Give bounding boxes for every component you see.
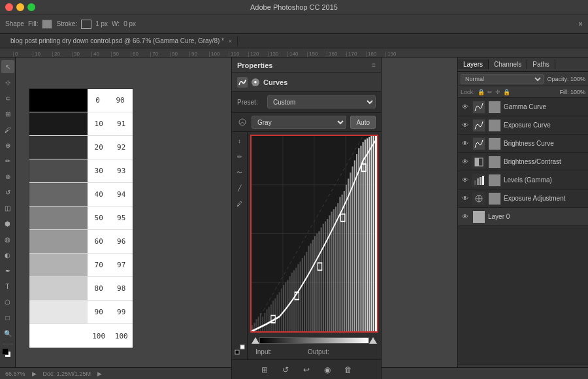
ruler-180: 180: [366, 52, 385, 57]
zoom-tool[interactable]: 🔍: [1, 327, 14, 340]
dodge-tool[interactable]: ◐: [1, 248, 14, 261]
gs-values-100: 100 100: [88, 332, 133, 340]
gs-values-70: 70 97: [88, 261, 133, 269]
fill-swatch[interactable]: [42, 20, 52, 29]
close-tab-btn[interactable]: ×: [578, 20, 583, 29]
gradient-bar[interactable]: [259, 337, 369, 344]
layer-vis-icon[interactable]: 👁: [461, 194, 470, 203]
panel-bottom-icons: ⊞ ↺ ↩ ◉ 🗑: [232, 359, 381, 379]
visibility-btn[interactable]: ◉: [321, 363, 334, 376]
svg-rect-41: [316, 234, 318, 332]
crop-tool[interactable]: ⊞: [1, 107, 14, 120]
stamp-tool[interactable]: ⊛: [1, 170, 14, 183]
layers-list: 👁 Gamma Curve 👁: [458, 98, 588, 365]
curve-tool-select[interactable]: ↕: [233, 135, 246, 148]
shape-tool[interactable]: □: [1, 311, 14, 324]
layer-visibility-icon[interactable]: ●: [252, 78, 259, 86]
curve-graph-svg: [252, 136, 377, 331]
delete-btn[interactable]: ↩: [300, 363, 313, 376]
layer-vis-icon[interactable]: 👁: [461, 176, 470, 185]
panel-menu-btn[interactable]: ≡: [372, 61, 376, 69]
lock-move-icon[interactable]: ✛: [495, 89, 500, 95]
curve-graph[interactable]: [250, 135, 378, 333]
svg-rect-65: [367, 139, 368, 331]
canvas-area[interactable]: 0 90 10 91 20 92: [16, 58, 588, 379]
layer-thumb: [472, 174, 485, 187]
channel-select[interactable]: Gray RGB Red Green Blue: [252, 116, 346, 129]
move-tool[interactable]: ↖: [1, 60, 14, 73]
eraser-tool[interactable]: ◫: [1, 201, 14, 214]
stroke-swatch[interactable]: [81, 20, 91, 29]
tab-layers[interactable]: Layers: [458, 59, 489, 69]
pen-tool[interactable]: ✒: [1, 264, 14, 277]
layer-vis-icon[interactable]: 👁: [461, 121, 470, 130]
type-tool[interactable]: T: [1, 280, 14, 293]
slider-white-point[interactable]: [369, 337, 377, 344]
doc-size: Doc: 1.25M/1.25M: [43, 371, 91, 377]
ruler-90: 90: [189, 52, 209, 57]
curve-tool-draw[interactable]: ✏: [233, 150, 246, 163]
curve-tool-line[interactable]: ╱: [233, 182, 246, 195]
layer-item-exposure-adj[interactable]: 👁 Exposure Adjustment: [458, 190, 588, 208]
gs-values-10: 10 91: [88, 120, 133, 128]
lock-art-icon[interactable]: ✏: [487, 89, 493, 95]
svg-rect-67: [370, 136, 372, 331]
layer-vis-icon[interactable]: 👁: [461, 139, 470, 148]
brush-tool[interactable]: ✏: [1, 154, 14, 167]
layer-thumb: [472, 119, 485, 132]
gs-swatch-30: [29, 159, 88, 182]
svg-rect-35: [304, 255, 305, 331]
selection-tool[interactable]: ⊹: [1, 76, 14, 89]
document-tab[interactable]: blog post printing dry down control.psd …: [5, 36, 238, 46]
layer-item-brightness-curve[interactable]: 👁 Brightness Curve: [458, 135, 588, 153]
gs-row-0: 0 90: [29, 89, 133, 112]
lock-pos-icon[interactable]: 🔒: [478, 89, 485, 95]
blur-tool[interactable]: ◍: [1, 233, 14, 246]
layer-item-gamma-curve[interactable]: 👁 Gamma Curve: [458, 98, 588, 116]
add-adjustment-btn[interactable]: ⊞: [258, 363, 271, 376]
ruler-50: 50: [111, 52, 131, 57]
blend-mode-select[interactable]: Normal Multiply Screen: [461, 74, 544, 84]
gs-row-20: 20 92: [29, 136, 133, 159]
curve-tool-pen[interactable]: 🖊: [233, 197, 246, 210]
preset-select[interactable]: Custom Default Linear: [267, 95, 376, 108]
auto-button[interactable]: Auto: [350, 116, 376, 129]
curve-tool-smooth[interactable]: 〜: [233, 166, 246, 179]
tab-close-icon[interactable]: ×: [229, 38, 232, 44]
history-tool[interactable]: ↺: [1, 186, 14, 199]
arrow-icon: ▶: [97, 371, 102, 377]
layer-item-levels-gamma[interactable]: 👁 Levels (Gamma): [458, 171, 588, 190]
trash-btn[interactable]: 🗑: [342, 363, 355, 376]
svg-rect-15: [262, 317, 263, 331]
gs-row-90: 90 99: [29, 301, 133, 324]
fill-tool[interactable]: ⬢: [1, 217, 14, 230]
ruler-130: 130: [268, 52, 287, 57]
layer-item-exposure-curve[interactable]: 👁 Exposure Curve: [458, 116, 588, 135]
layer-vis-icon[interactable]: 👁: [461, 103, 470, 112]
layer-vis-icon[interactable]: 👁: [461, 212, 470, 222]
path-tool[interactable]: ⬡: [1, 295, 14, 308]
maximize-button[interactable]: [27, 3, 35, 11]
close-button[interactable]: [5, 3, 13, 11]
svg-rect-30: [293, 271, 295, 331]
color-swatches[interactable]: [2, 348, 14, 360]
layer-name-exposure-curve: Exposure Curve: [504, 122, 585, 129]
layer-item-layer0[interactable]: 👁 Layer 0: [458, 208, 588, 226]
lock-all-icon[interactable]: 🔒: [503, 89, 510, 95]
heal-tool[interactable]: ⊕: [1, 139, 14, 152]
svg-rect-1: [235, 350, 239, 354]
eyedropper-tool[interactable]: 🖊: [1, 123, 14, 136]
layer-item-brightness-contrast[interactable]: 👁 Brightness/Contrast: [458, 153, 588, 171]
reset-btn[interactable]: ↺: [279, 363, 292, 376]
curve-tool-output[interactable]: [234, 344, 246, 357]
ruler-160: 160: [327, 52, 346, 57]
preset-row: Preset: Custom Default Linear: [232, 91, 381, 113]
slider-black-point[interactable]: [252, 337, 259, 344]
channel-row: Gray RGB Red Green Blue Auto: [232, 113, 381, 132]
fill-label: Fill: 100%: [559, 89, 585, 95]
lasso-tool[interactable]: ⊂: [1, 91, 14, 105]
tab-channels[interactable]: Channels: [489, 59, 527, 69]
layer-vis-icon[interactable]: 👁: [461, 157, 470, 167]
minimize-button[interactable]: [16, 3, 24, 11]
tab-paths[interactable]: Paths: [527, 59, 555, 69]
